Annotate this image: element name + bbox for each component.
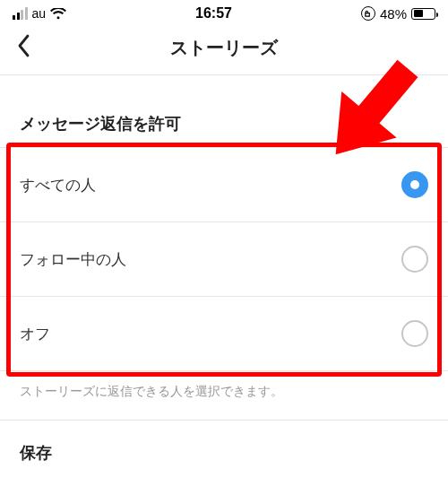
option-label: フォロー中の人 (20, 249, 126, 270)
wifi-icon (50, 8, 66, 20)
radio-selected-icon (401, 171, 428, 198)
radio-unselected-icon (401, 320, 428, 347)
option-following[interactable]: フォロー中の人 (0, 222, 448, 297)
nav-header: ストーリーズ (0, 23, 448, 75)
option-label: オフ (20, 324, 50, 344)
signal-icon (13, 7, 28, 20)
status-right: 48% (361, 6, 435, 22)
status-left: au (13, 6, 66, 21)
carrier-label: au (32, 6, 47, 21)
options-group: すべての人 フォロー中の人 オフ (0, 148, 448, 371)
section-title-save: 保存 (0, 421, 448, 480)
battery-icon (411, 8, 435, 20)
status-bar: au 16:57 48% (0, 0, 448, 23)
section-title-replies: メッセージ返信を許可 (0, 75, 448, 148)
back-button[interactable] (9, 30, 39, 61)
status-time: 16:57 (66, 5, 361, 22)
radio-unselected-icon (401, 246, 428, 273)
section-hint: ストーリーズに返信できる人を選択できます。 (0, 371, 448, 421)
option-everyone[interactable]: すべての人 (0, 148, 448, 222)
rotation-lock-icon (361, 6, 375, 21)
option-label: すべての人 (20, 175, 96, 195)
battery-percent: 48% (380, 6, 407, 22)
clock-text: 16:57 (195, 5, 232, 21)
page-title: ストーリーズ (170, 36, 278, 60)
chevron-left-icon (17, 33, 31, 58)
option-off[interactable]: オフ (0, 297, 448, 371)
